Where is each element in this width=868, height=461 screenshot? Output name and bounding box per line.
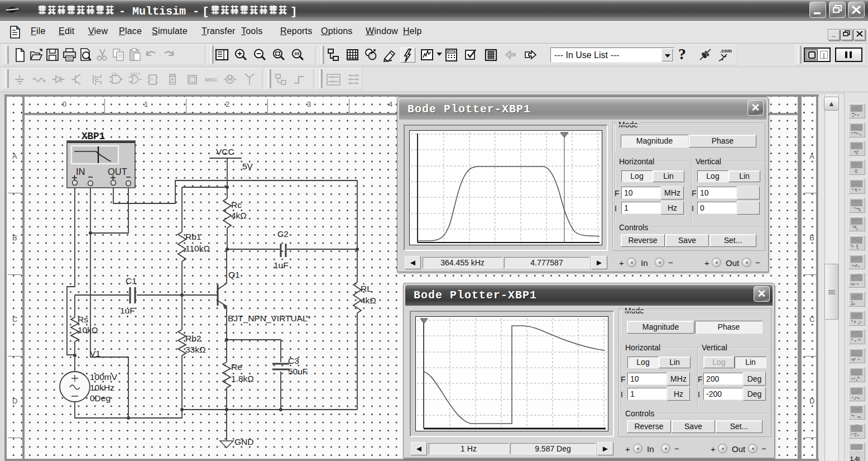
svg-text:CMOS: CMOS — [130, 72, 140, 75]
svg-text:]: ] — [290, 6, 298, 17]
svg-text:.com: .com — [720, 48, 732, 54]
svg-text:D: D — [150, 77, 153, 81]
svg-text:TTL: TTL — [112, 72, 118, 75]
svg-text:- Multisim -: - Multisim - — [119, 5, 199, 17]
svg-text:MISC: MISC — [205, 77, 218, 83]
svg-text:[: [ — [202, 6, 209, 17]
